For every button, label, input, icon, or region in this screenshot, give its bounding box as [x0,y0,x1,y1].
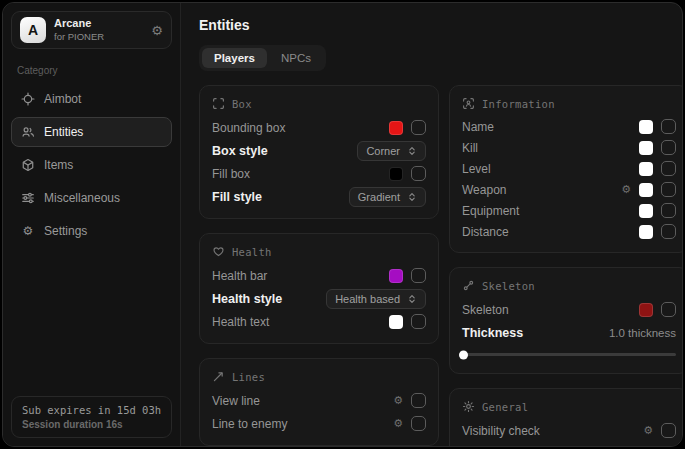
thickness-slider[interactable] [462,349,676,360]
setting-row: Fill style Gradient [212,185,426,208]
page-title: Entities [199,17,672,33]
card-title: Lines [232,371,265,383]
sidebar-item-label: Aimbot [44,92,81,106]
setting-label: Health bar [212,269,267,283]
checkbox[interactable] [661,161,676,176]
color-swatch[interactable] [389,315,403,329]
slider-value: 1.0 thickness [609,327,676,339]
setting-label: Box style [212,144,268,158]
app-name: Arcane [54,17,104,31]
gear-icon: ⚙ [21,224,35,238]
setting-label: Level [462,162,491,176]
sidebar-item-aimbot[interactable]: Aimbot [11,84,172,114]
setting-row: Fill box [212,162,426,185]
checkbox[interactable] [661,224,676,239]
card-title: Health [232,246,272,258]
app-logo: A [20,17,46,43]
gear-icon[interactable]: ⚙ [643,425,653,436]
color-swatch[interactable] [639,183,653,197]
setting-row: Bounding box [212,116,426,139]
checkbox[interactable] [661,182,676,197]
health-style-dropdown[interactable]: Health based [326,289,426,309]
health-card: Health Health bar Health style Health ba… [199,233,439,344]
sidebar-item-settings[interactable]: ⚙ Settings [11,216,172,246]
sun-icon [462,400,475,413]
gear-icon[interactable]: ⚙ [621,184,631,195]
checkbox[interactable] [661,140,676,155]
setting-label: Kill [462,141,478,155]
setting-row: Health text [212,310,426,333]
checkbox[interactable] [411,416,426,431]
color-swatch[interactable] [389,167,403,181]
setting-row: Weapon ⚙ [462,179,676,200]
setting-label: Skeleton [462,303,509,317]
general-card: General Visibility check ⚙ Max distance … [449,388,682,446]
gear-icon[interactable]: ⚙ [393,418,403,429]
information-card: Information Name Kill [449,85,682,253]
setting-label: Thickness [462,326,523,340]
sidebar-item-items[interactable]: Items [11,150,172,180]
crosshair-icon [21,92,35,106]
checkbox[interactable] [411,166,426,181]
box-style-dropdown[interactable]: Corner [357,141,426,161]
setting-label: View line [212,394,260,408]
checkbox[interactable] [411,268,426,283]
setting-row: Box style Corner [212,139,426,162]
setting-label: Equipment [462,204,519,218]
box-corners-icon [212,97,225,110]
chevron-up-down-icon [407,146,417,156]
checkbox[interactable] [661,423,676,438]
color-swatch[interactable] [639,225,653,239]
setting-row: Name [462,116,676,137]
card-title: Box [232,98,252,110]
checkbox[interactable] [661,203,676,218]
subscription-card: Sub expires in 15d 03h Session duration … [11,396,172,438]
app-window: A Arcane for PIONER ⚙ Category Aimbot En… [2,2,683,447]
color-swatch[interactable] [389,121,403,135]
brand-card: A Arcane for PIONER ⚙ [11,11,172,49]
gear-icon[interactable]: ⚙ [393,395,403,406]
session-duration-text: Session duration 16s [22,419,161,430]
checkbox[interactable] [661,302,676,317]
checkbox[interactable] [411,120,426,135]
gear-icon[interactable]: ⚙ [151,24,163,37]
skeleton-card: Skeleton Skeleton Thickness 1.0 thicknes… [449,267,682,374]
setting-row: Thickness 1.0 thickness [462,321,676,344]
setting-row: Health bar [212,264,426,287]
tab-bar: Players NPCs [199,45,326,71]
setting-label: Visibility check [462,424,540,438]
setting-label: Fill style [212,190,262,204]
setting-row: Level [462,158,676,179]
color-swatch[interactable] [639,204,653,218]
color-swatch[interactable] [639,120,653,134]
sidebar-item-entities[interactable]: Entities [11,117,172,147]
sidebar-item-label: Miscellaneous [44,191,120,205]
tab-npcs[interactable]: NPCs [269,48,323,68]
users-icon [21,125,35,139]
sliders-icon [21,191,35,205]
chevron-up-down-icon [407,294,417,304]
app-subtitle: for PIONER [54,31,104,43]
color-swatch[interactable] [639,141,653,155]
sidebar: A Arcane for PIONER ⚙ Category Aimbot En… [3,3,181,446]
color-swatch[interactable] [639,162,653,176]
sub-expiry-text: Sub expires in 15d 03h [22,404,161,416]
scan-person-icon [462,97,475,110]
color-swatch[interactable] [639,303,653,317]
color-swatch[interactable] [389,269,403,283]
chevron-up-down-icon [407,192,417,202]
setting-row: Health style Health based [212,287,426,310]
checkbox[interactable] [411,393,426,408]
checkbox[interactable] [661,119,676,134]
setting-label: Line to enemy [212,417,287,431]
checkbox[interactable] [411,314,426,329]
bone-icon [462,279,475,292]
slider-thumb[interactable] [459,350,468,359]
setting-label: Name [462,120,494,134]
sidebar-item-miscellaneous[interactable]: Miscellaneous [11,183,172,213]
setting-row: Visibility check ⚙ [462,419,676,442]
tab-players[interactable]: Players [202,48,267,68]
diagonal-line-icon [212,370,225,383]
fill-style-dropdown[interactable]: Gradient [349,187,426,207]
card-title: Information [482,98,555,110]
